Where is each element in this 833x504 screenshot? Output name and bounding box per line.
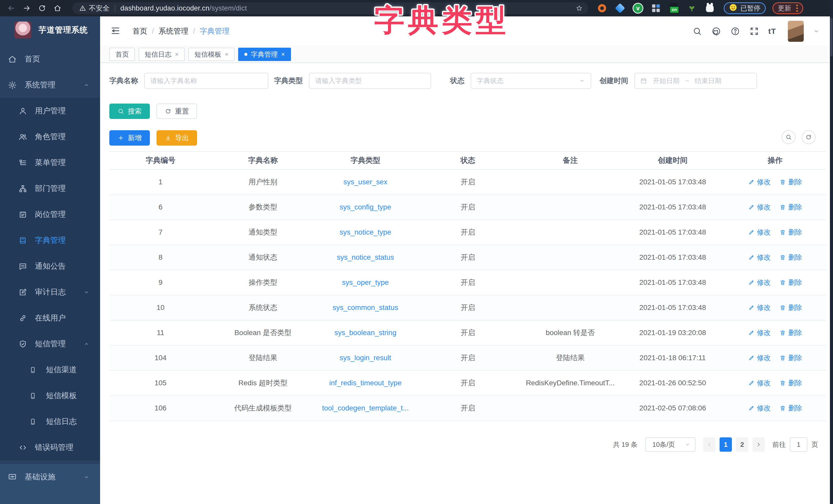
cell-dict-type-link[interactable]: sys_oper_type bbox=[314, 278, 416, 286]
ghost-icon[interactable] bbox=[705, 3, 715, 13]
reset-button[interactable]: 重置 bbox=[157, 104, 197, 119]
edit-link[interactable]: 修改 bbox=[748, 253, 771, 262]
security-chip[interactable]: 不安全 bbox=[79, 4, 110, 13]
edit-link[interactable]: 修改 bbox=[748, 404, 771, 413]
tab-dict[interactable]: 字典管理× bbox=[238, 48, 291, 61]
github-icon[interactable] bbox=[711, 26, 721, 36]
sidebar-item-online-user[interactable]: 在线用户 bbox=[0, 305, 100, 331]
paused-extension-badge[interactable]: 已暂停 bbox=[724, 2, 766, 14]
status-select[interactable]: 字典状态 bbox=[471, 73, 591, 89]
edit-link[interactable]: 修改 bbox=[748, 303, 771, 312]
cell-dict-type-link[interactable]: tool_codegen_template_t... bbox=[314, 404, 416, 412]
sidebar-item-error-code[interactable]: 错误码管理 bbox=[0, 434, 100, 460]
cell-dict-type-link[interactable]: sys_user_sex bbox=[314, 178, 416, 186]
delete-link[interactable]: 删除 bbox=[779, 303, 802, 312]
sidebar-item-sms-template[interactable]: 短信模板 bbox=[0, 383, 100, 409]
edit-link[interactable]: 修改 bbox=[748, 177, 771, 186]
sidebar-item-user-mgmt[interactable]: 用户管理 bbox=[0, 98, 100, 124]
sidebar-item-notice[interactable]: 通知公告 bbox=[0, 253, 100, 279]
font-size-icon[interactable]: tT bbox=[768, 27, 776, 35]
sidebar-item-audit-log[interactable]: 审计日志 bbox=[0, 279, 100, 305]
delete-link[interactable]: 删除 bbox=[779, 353, 802, 362]
edit-link[interactable]: 修改 bbox=[748, 203, 771, 212]
sidebar-item-system[interactable]: 系统管理 bbox=[0, 72, 100, 98]
cell-dict-type-link[interactable]: inf_redis_timeout_type bbox=[314, 379, 416, 387]
prev-page-button[interactable] bbox=[703, 437, 715, 452]
tab-sms-log[interactable]: 短信日志× bbox=[139, 48, 185, 61]
sidebar-item-dept-mgmt[interactable]: 部门管理 bbox=[0, 176, 100, 201]
breadcrumb-item[interactable]: 系统管理 bbox=[159, 26, 188, 36]
user-avatar[interactable] bbox=[788, 21, 804, 42]
delete-link[interactable]: 删除 bbox=[779, 404, 802, 413]
delete-link[interactable]: 删除 bbox=[779, 253, 802, 262]
orange-ring-icon[interactable] bbox=[597, 3, 607, 13]
sidebar-item-sms-channel[interactable]: 短信渠道 bbox=[0, 357, 100, 383]
green-check-icon[interactable]: v bbox=[633, 3, 643, 13]
close-icon[interactable]: × bbox=[175, 51, 178, 58]
cell-dict-type-link[interactable]: sys_notice_type bbox=[314, 228, 416, 236]
reload-icon[interactable] bbox=[34, 2, 50, 14]
page-size-select[interactable]: 10条/页 bbox=[645, 437, 695, 452]
cell-dict-type-link[interactable]: sys_notice_status bbox=[314, 253, 416, 261]
bookmark-star-icon[interactable] bbox=[575, 4, 583, 12]
search-icon[interactable] bbox=[692, 26, 702, 36]
dict-type-input[interactable] bbox=[315, 77, 425, 85]
grid-icon[interactable] bbox=[651, 3, 661, 13]
forward-icon[interactable] bbox=[19, 2, 34, 14]
update-button[interactable]: 更新 bbox=[772, 2, 803, 14]
page-button-1[interactable]: 1 bbox=[719, 437, 732, 452]
plant-icon[interactable] bbox=[687, 3, 697, 13]
edit-link[interactable]: 修改 bbox=[748, 353, 771, 362]
delete-link[interactable]: 删除 bbox=[779, 278, 802, 287]
sidebar-item-infra[interactable]: 基础设施 bbox=[0, 464, 100, 490]
breadcrumb-item[interactable]: 首页 bbox=[133, 26, 147, 36]
page-button-2[interactable]: 2 bbox=[736, 437, 748, 452]
back-icon[interactable] bbox=[4, 2, 19, 14]
help-icon[interactable] bbox=[730, 26, 740, 36]
add-button[interactable]: 新增 bbox=[109, 130, 150, 146]
fullscreen-icon[interactable] bbox=[749, 26, 759, 36]
home-icon[interactable] bbox=[50, 2, 65, 14]
sidebar-item-home[interactable]: 首页 bbox=[0, 46, 100, 72]
sidebar-item-post-mgmt[interactable]: 岗位管理 bbox=[0, 201, 100, 227]
date-range-picker[interactable]: 开始日期 ~ 结束日期 bbox=[634, 73, 757, 89]
dict-name-input[interactable] bbox=[150, 77, 262, 85]
tab-home[interactable]: 首页 bbox=[109, 48, 135, 61]
sidebar-item-menu-mgmt[interactable]: 菜单管理 bbox=[0, 150, 100, 176]
delete-link[interactable]: 删除 bbox=[779, 203, 802, 212]
close-icon[interactable]: × bbox=[225, 51, 229, 58]
browser-menu-icon[interactable] bbox=[796, 5, 798, 12]
cell-dict-type-link[interactable]: sys_common_status bbox=[314, 304, 416, 312]
next-page-button[interactable] bbox=[753, 437, 765, 452]
refresh-table-button[interactable] bbox=[802, 130, 815, 144]
sidebar-item-sms-mgmt[interactable]: 短信管理 bbox=[0, 331, 100, 357]
tab-sms-template[interactable]: 短信模板× bbox=[188, 48, 235, 61]
sidebar-item-sms-log[interactable]: 短信日志 bbox=[0, 409, 100, 434]
delete-link[interactable]: 删除 bbox=[779, 228, 802, 237]
edit-link[interactable]: 修改 bbox=[748, 278, 771, 287]
app-logo-row[interactable]: 芋道管理系统 bbox=[0, 17, 100, 44]
edit-link[interactable]: 修改 bbox=[748, 228, 771, 237]
close-icon[interactable]: × bbox=[281, 51, 285, 58]
address-bar[interactable]: 不安全 dashboard.yudao.iocoder.cn/system/di… bbox=[72, 2, 588, 14]
sidebar-item-role-mgmt[interactable]: 角色管理 bbox=[0, 124, 100, 150]
vpn-on-icon[interactable]: on bbox=[669, 3, 679, 13]
blue-gem-icon[interactable] bbox=[615, 3, 625, 13]
delete-link[interactable]: 删除 bbox=[779, 378, 802, 387]
goto-page-input[interactable] bbox=[790, 437, 807, 452]
collapse-sidebar-icon[interactable] bbox=[110, 26, 122, 37]
search-button[interactable]: 搜索 bbox=[109, 104, 150, 119]
cell-dict-type-link[interactable]: sys_login_result bbox=[314, 354, 416, 362]
cell-dict-type-link[interactable]: sys_config_type bbox=[314, 203, 416, 211]
edit-link[interactable]: 修改 bbox=[748, 328, 771, 337]
toggle-search-button[interactable] bbox=[782, 130, 795, 144]
cell-dict-type-link[interactable]: sys_boolean_string bbox=[314, 329, 416, 337]
window-scrollbar[interactable] bbox=[830, 0, 833, 504]
chevron-down-icon[interactable] bbox=[813, 28, 820, 34]
breadcrumb-item[interactable]: 字典管理 bbox=[200, 26, 230, 36]
export-button[interactable]: 导出 bbox=[157, 130, 197, 146]
edit-link[interactable]: 修改 bbox=[748, 378, 771, 387]
delete-link[interactable]: 删除 bbox=[779, 328, 802, 337]
sidebar-item-dict-mgmt[interactable]: 字典管理 bbox=[0, 227, 100, 253]
delete-link[interactable]: 删除 bbox=[779, 177, 802, 186]
